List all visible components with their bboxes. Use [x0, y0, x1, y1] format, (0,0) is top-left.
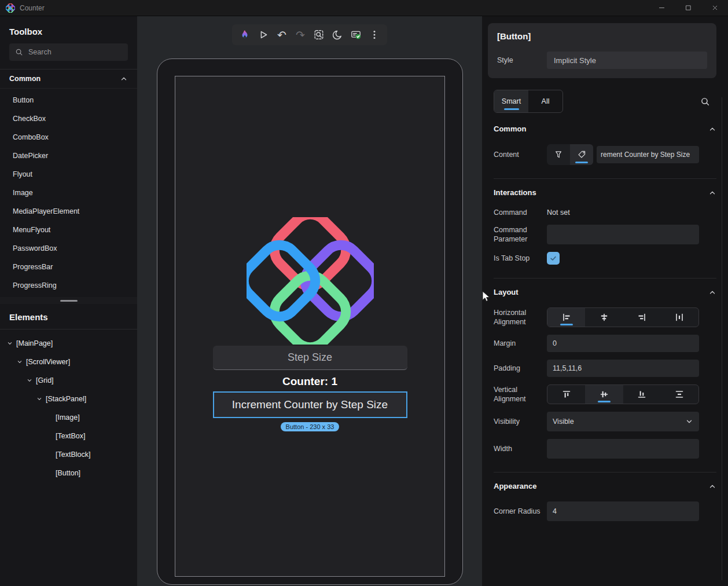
devtools-status-button[interactable] — [348, 27, 364, 43]
chevron-up-icon[interactable] — [708, 482, 716, 490]
halign-stretch-button[interactable] — [661, 308, 698, 327]
close-button[interactable] — [701, 0, 728, 16]
property-search-icon[interactable] — [697, 93, 713, 109]
section-common-title: Common — [494, 124, 526, 133]
tree-item-label: [Image] — [56, 413, 80, 422]
toolbox-item-checkbox[interactable]: CheckBox — [0, 109, 137, 128]
minimize-button[interactable] — [648, 0, 675, 16]
theme-toggle-button[interactable] — [329, 27, 345, 43]
section-common: Common Content rem — [494, 122, 716, 178]
tree-item-scrollviewer[interactable]: [ScrollViewer] — [0, 353, 137, 371]
tree-item-textbox[interactable]: [TextBox] — [0, 427, 137, 445]
maximize-button[interactable] — [675, 0, 701, 16]
tree-item-stackpanel[interactable]: [StackPanel] — [0, 390, 137, 408]
margin-input[interactable]: 0 — [547, 335, 699, 352]
uno-logo-image[interactable] — [247, 217, 374, 345]
canvas-toolbar: ↶↷ — [232, 24, 387, 45]
is-tab-stop-label: Is Tab Stop — [494, 254, 545, 263]
visibility-select[interactable]: Visible — [547, 412, 699, 431]
toolbox-item-passwordbox[interactable]: PasswordBox — [0, 239, 137, 258]
toolbox-item-flyout[interactable]: Flyout — [0, 165, 137, 184]
title-bar: Counter — [0, 0, 728, 16]
width-input[interactable] — [547, 439, 699, 459]
valign-top-button[interactable] — [547, 385, 585, 404]
tree-item-label: [Grid] — [36, 376, 54, 384]
device-screen[interactable]: Step Size Counter: 1 Increment Counter b… — [175, 76, 445, 577]
corner-radius-input[interactable]: 4 — [547, 501, 699, 521]
toolbox-item-mediaplayerelement[interactable]: MediaPlayerElement — [0, 202, 137, 221]
tree-item-mainpage[interactable]: [MainPage] — [0, 334, 137, 353]
chevron-up-icon[interactable] — [708, 189, 716, 197]
tree-item-label: [TextBox] — [56, 432, 85, 440]
halign-right-button[interactable] — [623, 308, 661, 327]
toolbox-item-image[interactable]: Image — [0, 184, 137, 202]
tree-item-label: [MainPage] — [16, 339, 53, 347]
tag-icon — [577, 150, 586, 159]
section-layout-title: Layout — [494, 288, 519, 296]
tab-smart[interactable]: Smart — [494, 90, 528, 112]
design-canvas[interactable]: ↶↷ Step Size Counter: 1 I — [137, 16, 482, 586]
tree-expand-icon[interactable] — [16, 358, 24, 366]
tree-item-label: [ScrollViewer] — [26, 358, 70, 366]
padding-label: Padding — [494, 364, 545, 373]
toolbox-item-datepicker[interactable]: DatePicker — [0, 146, 137, 165]
toolbox-item-combobox[interactable]: ComboBox — [0, 128, 137, 146]
tree-expand-icon[interactable] — [25, 376, 34, 384]
app-logo-icon — [6, 3, 15, 13]
toolbox-search[interactable] — [9, 43, 128, 61]
step-size-textbox[interactable]: Step Size — [213, 346, 407, 370]
section-appearance-title: Appearance — [494, 482, 536, 490]
section-interactions-title: Interactions — [494, 188, 536, 197]
style-input[interactable]: Implicit Style — [547, 52, 707, 69]
left-sidebar: Toolbox Common ButtonCheckBoxComboBoxDat… — [0, 16, 137, 586]
toolbox-item-progressring[interactable]: ProgressRing — [0, 276, 137, 295]
content-label: Content — [494, 150, 545, 159]
command-parameter-input[interactable] — [547, 225, 699, 244]
selected-element-title: [Button] — [497, 31, 707, 41]
tree-item-textblock[interactable]: [TextBlock] — [0, 445, 137, 464]
align-bottom-icon — [637, 390, 646, 399]
tree-item-grid[interactable]: [Grid] — [0, 371, 137, 390]
style-label: Style — [497, 56, 547, 64]
toolbox-section-common[interactable]: Common — [0, 69, 137, 89]
toolbox-search-input[interactable] — [28, 48, 122, 56]
more-options-button[interactable] — [366, 27, 383, 43]
toolbox-item-progressbar[interactable]: ProgressBar — [0, 258, 137, 276]
check-icon — [549, 254, 557, 262]
valign-bottom-button[interactable] — [623, 385, 661, 404]
elements-tree: [MainPage][ScrollViewer][Grid][StackPane… — [0, 329, 137, 482]
align-vstretch-icon — [675, 390, 684, 399]
content-binding-toggle[interactable] — [547, 144, 570, 165]
tab-all[interactable]: All — [528, 90, 562, 112]
selection-size-badge: Button - 230 x 33 — [281, 422, 340, 431]
toolbox-item-menuflyout[interactable]: MenuFlyout — [0, 221, 137, 239]
halign-center-button[interactable] — [585, 308, 623, 327]
content-literal-toggle[interactable] — [570, 144, 593, 165]
panel-splitter[interactable] — [0, 297, 137, 304]
toolbox-item-button[interactable]: Button — [0, 91, 137, 109]
undo-button[interactable]: ↶ — [274, 27, 290, 43]
chevron-up-icon[interactable] — [708, 125, 716, 133]
tree-item-label: [TextBlock] — [56, 451, 90, 459]
align-stretch-icon — [675, 313, 684, 322]
tree-expand-icon[interactable] — [6, 339, 14, 347]
tree-item-image[interactable]: [Image] — [0, 408, 137, 427]
increment-button-selected[interactable]: Increment Counter by Step Size — [213, 391, 407, 418]
tree-expand-icon[interactable] — [35, 395, 43, 403]
section-appearance: Appearance Corner Radius 4 — [494, 472, 716, 534]
hot-reload-button[interactable] — [237, 27, 253, 43]
halign-left-button[interactable] — [547, 308, 585, 327]
command-value[interactable]: Not set — [547, 208, 699, 217]
is-tab-stop-checkbox[interactable] — [547, 252, 560, 265]
section-interactions: Interactions Command Not set Command Par… — [494, 178, 716, 278]
padding-input[interactable]: 11,5,11,6 — [547, 360, 699, 377]
chevron-up-icon[interactable] — [708, 288, 716, 296]
valign-stretch-button[interactable] — [661, 385, 698, 404]
tree-item-button[interactable]: [Button] — [0, 464, 137, 482]
valign-center-button[interactable] — [585, 385, 623, 404]
content-input[interactable]: rement Counter by Step Size — [597, 146, 699, 163]
counter-textblock[interactable]: Counter: 1 — [282, 375, 337, 388]
redo-button[interactable]: ↷ — [292, 27, 308, 43]
play-button[interactable] — [255, 27, 271, 43]
inspect-element-button[interactable] — [311, 27, 327, 43]
